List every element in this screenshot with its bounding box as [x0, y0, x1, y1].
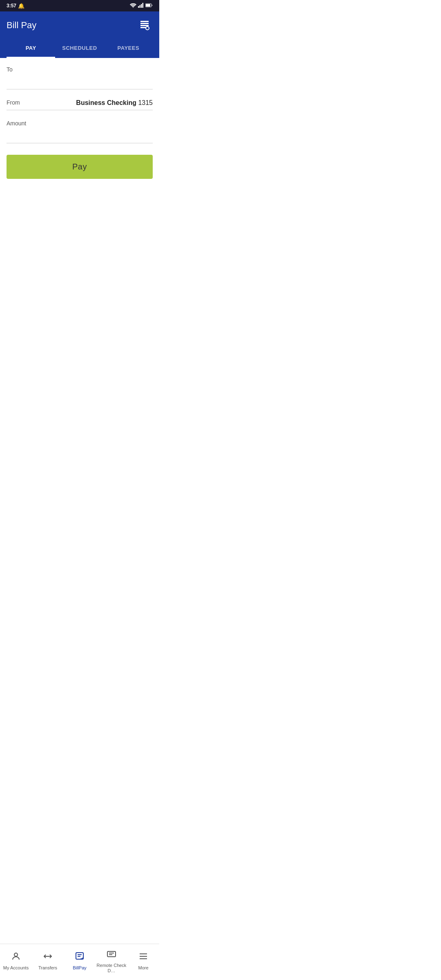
- wifi-icon: [130, 3, 136, 9]
- tabs-bar: PAY SCHEDULED PAYEES: [7, 39, 153, 58]
- header: Bill Pay PAY SCHEDULED PAYEES: [0, 11, 159, 58]
- form-content: To From Business Checking 1315 Amount Pa…: [0, 58, 159, 179]
- to-field-row[interactable]: To: [7, 58, 153, 89]
- svg-rect-6: [146, 4, 150, 7]
- page-title: Bill Pay: [7, 20, 36, 31]
- to-label: To: [7, 66, 153, 73]
- settings-icon[interactable]: [136, 17, 153, 33]
- from-field-row[interactable]: From Business Checking 1315: [7, 91, 153, 110]
- tab-payees[interactable]: PAYEES: [104, 39, 153, 58]
- status-time: 3:57: [7, 3, 16, 9]
- svg-rect-2: [140, 5, 141, 8]
- tab-pay[interactable]: PAY: [7, 39, 55, 58]
- amount-field-row[interactable]: Amount: [7, 112, 153, 143]
- to-value[interactable]: [7, 76, 153, 86]
- status-bar: 3:57 🔔: [0, 0, 159, 11]
- svg-point-8: [146, 27, 149, 29]
- tab-scheduled[interactable]: SCHEDULED: [55, 39, 104, 58]
- from-label: From: [7, 99, 20, 106]
- pay-button[interactable]: Pay: [7, 155, 153, 179]
- svg-rect-3: [141, 4, 142, 8]
- pay-button-container: Pay: [7, 143, 153, 179]
- from-account-name: Business Checking: [76, 99, 136, 106]
- signal-icon: [138, 3, 144, 9]
- from-account-number: 1315: [138, 99, 153, 106]
- battery-icon: [145, 3, 153, 9]
- svg-point-0: [133, 7, 134, 8]
- amount-label: Amount: [7, 120, 153, 127]
- from-account-value: Business Checking 1315: [76, 99, 153, 107]
- svg-rect-4: [143, 3, 144, 8]
- svg-rect-1: [138, 6, 139, 8]
- amount-input[interactable]: [7, 130, 153, 140]
- notification-icon: 🔔: [18, 3, 24, 9]
